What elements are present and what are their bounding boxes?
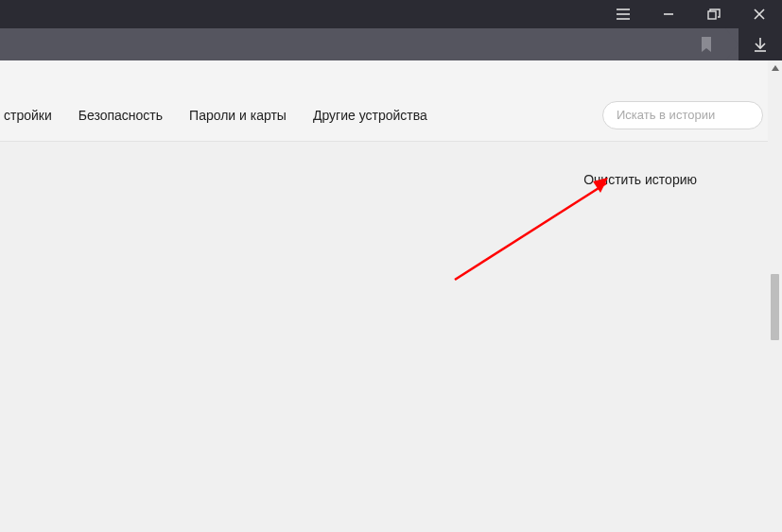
menu-button[interactable] [600,0,646,28]
chevron-up-icon [772,65,779,71]
scroll-thumb[interactable] [771,274,779,340]
bookmark-button[interactable] [687,28,725,60]
minimize-button[interactable] [646,0,691,28]
bookmark-icon [701,37,712,52]
window-titlebar [0,0,782,28]
minimize-icon [663,9,674,20]
nav-item-passwords[interactable]: Пароли и карты [189,108,287,123]
history-search[interactable] [602,101,763,129]
hamburger-icon [617,9,630,20]
close-button[interactable] [737,0,782,28]
nav-item-other-devices[interactable]: Другие устройства [313,108,427,123]
toolbar-gap [0,60,782,89]
svg-line-9 [455,183,606,280]
downloads-button[interactable] [739,28,782,60]
nav-item-settings[interactable]: стройки [0,108,52,123]
scroll-up-button[interactable] [768,60,782,76]
history-search-input[interactable] [617,108,749,122]
download-icon [753,37,768,52]
nav-item-security[interactable]: Безопасность [78,108,163,123]
settings-nav: стройки Безопасность Пароли и карты Друг… [0,89,782,142]
annotation-arrow [449,172,619,285]
clear-history-link[interactable]: Очистить историю [583,172,697,187]
content-area: Очистить историю [0,142,782,532]
svg-marker-11 [772,65,779,71]
browser-toolbar [0,28,782,60]
svg-rect-4 [708,11,716,19]
close-icon [754,9,765,20]
restore-button[interactable] [691,0,737,28]
vertical-scrollbar[interactable] [768,60,782,532]
restore-icon [707,9,721,20]
